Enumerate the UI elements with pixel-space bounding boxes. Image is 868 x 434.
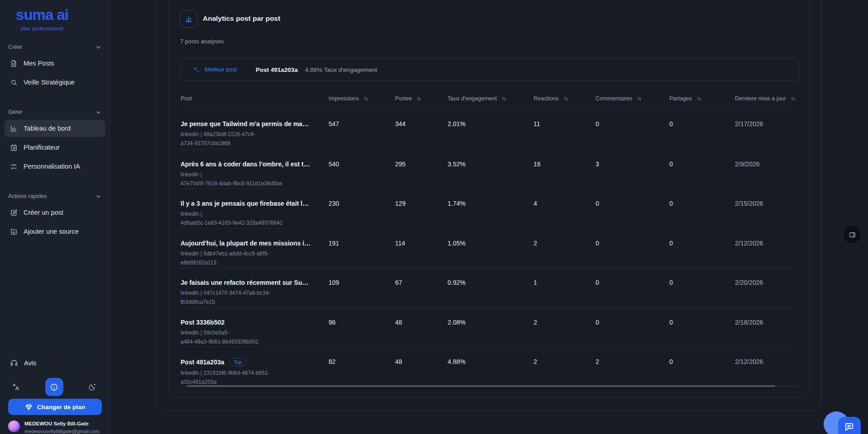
sidebar-item-label: Créer un post — [24, 209, 63, 216]
best-post-metric: 4.88% Taux d'engagement — [305, 66, 377, 73]
section-toggle-ge-rer[interactable]: Gérer — [5, 106, 105, 118]
post-source: linkedin | — [181, 171, 324, 178]
sort-icon — [501, 96, 507, 102]
post-title: Je pense que Tailwind m'a permis de ma… — [181, 120, 309, 127]
table-body: Je pense que Tailwind m'a permis de ma…l… — [180, 109, 798, 387]
info-icon — [50, 383, 58, 392]
post-cell: Aujourd'hui, la plupart de mes missions … — [181, 240, 324, 266]
column-label: Partages — [669, 95, 692, 102]
reactions-value: 2 — [534, 358, 537, 365]
sidebar-nav: CréerMes PostsVeille StratégiqueGérerTab… — [0, 31, 110, 240]
column-label: Portee — [395, 95, 412, 102]
post-source: linkedin | — [181, 211, 324, 217]
commentaires-value: 0 — [596, 120, 599, 127]
nav-section-cre-er: CréerMes PostsVeille Stratégique — [5, 41, 105, 91]
post-source-id: a33c491a203a — [181, 379, 324, 385]
dark-mode-icon[interactable] — [88, 383, 96, 392]
post-cell: Après 6 ans à coder dans l'ombre, il est… — [181, 160, 324, 187]
impressions-value: 96 — [329, 319, 336, 326]
last-update-value: 2/18/2026 — [735, 319, 763, 326]
gem-icon — [25, 403, 33, 411]
sidebar-item-ajouter-une-source[interactable]: Ajouter une source — [5, 223, 105, 240]
user-profile[interactable]: MEDEWOU Selly Bill-Gate medewousellybill… — [0, 415, 110, 434]
sidebar: suma ai plan professionnel CréerMes Post… — [0, 0, 110, 434]
post-title: Post 491a203a — [181, 359, 224, 366]
column-header-reactions[interactable]: Reactions — [534, 95, 569, 102]
portee-value: 67 — [395, 279, 402, 286]
sidebar-item-label: Mes Posts — [24, 60, 54, 67]
last-update-value: 2/12/2026 — [735, 358, 763, 365]
chevron-down-icon — [95, 44, 102, 51]
engagement-value: 0.92% — [448, 279, 466, 286]
table-header: PostImpressionsPorteeTaux d'engagementRe… — [180, 93, 798, 110]
table-row[interactable]: Post 491a203aToplinkedin | 23191fd6-9b64… — [180, 347, 798, 387]
partages-value: 0 — [669, 120, 673, 127]
post-title: Je faisais une refacto récemment sur Su… — [181, 279, 308, 286]
card-title: Analytics post par post — [203, 14, 280, 23]
engagement-value: 1.05% — [448, 240, 466, 247]
reactions-value: 2 — [534, 319, 537, 326]
sliders-icon — [10, 163, 18, 170]
post-cell: Post 3336b502linkedin | 59c0e5a5-a484-49… — [181, 319, 324, 345]
section-toggle-actions-rapides[interactable]: Actions rapides — [5, 190, 105, 202]
chat-widget-button[interactable] — [838, 417, 861, 434]
sidebar-item-veille-strate-gique[interactable]: Veille Stratégique — [5, 74, 105, 91]
section-toggle-cre-er[interactable]: Créer — [5, 41, 105, 53]
headset-icon — [10, 359, 18, 367]
sidebar-item-label: Personnalisation IA — [24, 163, 80, 170]
panel-toggle-icon — [849, 231, 856, 239]
post-title: Il y a 3 ans je pensais que firebase éta… — [181, 200, 309, 207]
sidebar-item-personnalisation-ia[interactable]: Personnalisation IA — [5, 158, 105, 175]
analytics-card: Analytics post par post 7 posts analyses… — [169, 0, 810, 397]
chevron-down-icon — [95, 193, 102, 200]
column-label: Impressions — [329, 95, 359, 102]
sidebar-item-planificateur[interactable]: Planificateur — [5, 139, 105, 156]
table-row[interactable]: Je faisais une refacto récemment sur Su…… — [180, 268, 798, 307]
engagement-value: 2.08% — [448, 319, 466, 326]
last-update-value: 2/15/2026 — [735, 200, 763, 207]
column-label: Reactions — [534, 95, 559, 102]
post-source: linkedin | 047c1470-3474-47a8-bc34- — [181, 290, 324, 296]
post-source-id: e6b99162a113 — [181, 259, 324, 266]
column-header-post: Post — [181, 95, 192, 102]
sidebar-item-tableau-de-bord[interactable]: Tableau de bord — [5, 120, 105, 137]
sidebar-item-avis[interactable]: Avis — [0, 354, 110, 372]
last-update-value: 2/12/2026 — [735, 240, 763, 247]
sidebar-item-cre-er-un-post[interactable]: Créer un post — [5, 204, 105, 221]
table-row[interactable]: Je pense que Tailwind m'a permis de ma…l… — [180, 109, 798, 149]
table-row[interactable]: Après 6 ans à coder dans l'ombre, il est… — [180, 149, 798, 189]
table-row[interactable]: Post 3336b502linkedin | 59c0e5a5-a484-49… — [180, 307, 798, 347]
plan-label: plan professionnel — [0, 26, 84, 31]
post-source: linkedin | 59c0e5a5- — [181, 330, 324, 336]
post-title: Aujourd'hui, la plupart de mes missions … — [181, 240, 310, 247]
partages-value: 0 — [669, 279, 673, 286]
portee-value: 344 — [395, 120, 405, 127]
info-button[interactable] — [45, 378, 63, 396]
portee-value: 48 — [395, 358, 402, 365]
translate-icon[interactable] — [12, 383, 20, 392]
side-panel-toggle-button[interactable] — [843, 225, 862, 244]
table-row[interactable]: Aujourd'hui, la plupart de mes missions … — [180, 228, 798, 268]
avatar — [8, 420, 20, 432]
table-row[interactable]: Il y a 3 ans je pensais que firebase éta… — [180, 189, 798, 228]
column-header-derniere-mise-a-jour[interactable]: Derniere mise a jour — [735, 95, 796, 102]
horizontal-scrollbar-thumb[interactable] — [187, 385, 775, 387]
sidebar-item-mes-posts[interactable]: Mes Posts — [5, 55, 105, 72]
column-header-impressions[interactable]: Impressions — [329, 95, 369, 102]
column-header-partages[interactable]: Partages — [669, 95, 702, 102]
user-detail: medewousellybillgate@gmail.com — [24, 429, 100, 434]
commentaires-value: 0 — [596, 319, 599, 326]
change-plan-button[interactable]: Changer de plan — [8, 399, 102, 415]
reactions-value: 1 — [534, 279, 537, 286]
posts-analyzed-count: 7 posts analyses — [180, 38, 224, 45]
column-header-commentaires[interactable]: Commentaires — [596, 95, 642, 102]
post-cell: Il y a 3 ans je pensais que firebase éta… — [181, 200, 324, 226]
post-source: linkedin | 23191fd6-9b64-4674-b951- — [181, 370, 324, 376]
post-source-id: 47e7049f-7618-4dab-9bc8-911d1e36d5be — [181, 180, 324, 187]
reactions-value: 16 — [534, 160, 541, 168]
column-header-taux-d-engagement[interactable]: Taux d'engagement — [448, 95, 507, 102]
sort-icon — [563, 96, 569, 102]
column-header-portee[interactable]: Portee — [395, 95, 422, 102]
top-badge: Top — [229, 358, 247, 366]
sidebar-item-label: Tableau de bord — [24, 125, 71, 132]
